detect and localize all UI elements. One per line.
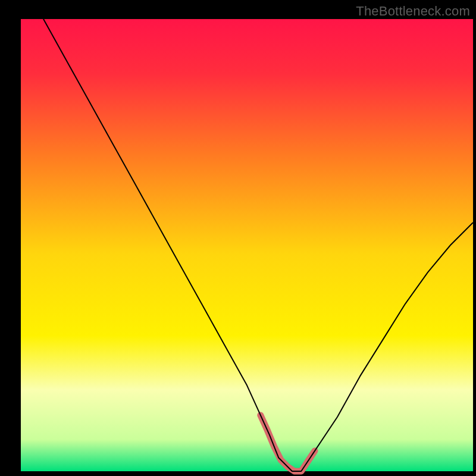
chart-stage: TheBottleneck.com bbox=[0, 0, 476, 476]
watermark-text: TheBottleneck.com bbox=[356, 4, 470, 19]
plot-background bbox=[21, 19, 473, 471]
bottleneck-chart bbox=[0, 0, 476, 476]
